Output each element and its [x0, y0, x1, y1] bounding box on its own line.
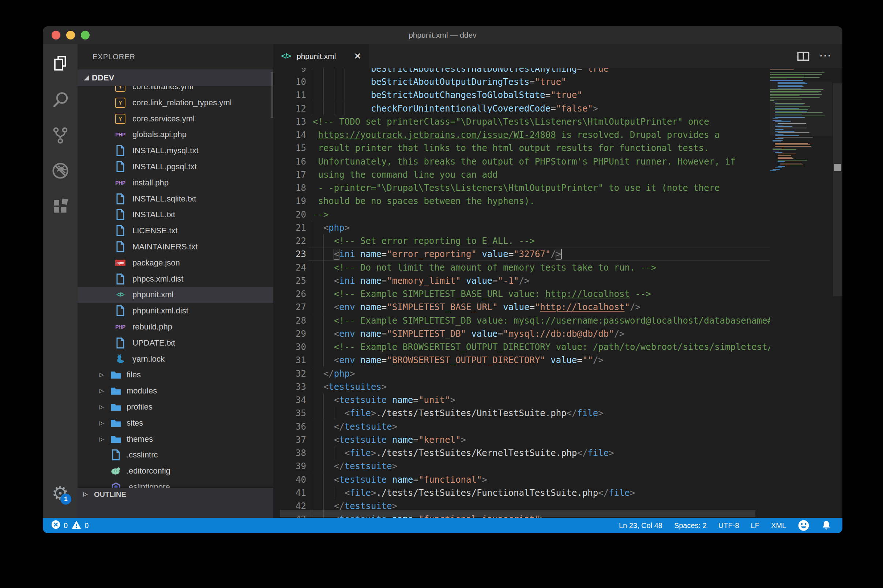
- code-line-30[interactable]: 30<!-- Example BROWSERTEST_OUTPUT_DIRECT…: [273, 340, 770, 354]
- minimap-viewport[interactable]: [770, 81, 832, 136]
- warnings-status[interactable]: 0: [71, 520, 89, 531]
- line-number: 37: [273, 434, 306, 447]
- line-number: 22: [273, 234, 306, 248]
- tree-item-INSTALL.sqlite.txt[interactable]: INSTALL.sqlite.txt: [78, 191, 273, 207]
- folder-icon: [110, 403, 122, 411]
- tree-item-yarn.lock[interactable]: yarn.lock: [78, 351, 273, 367]
- yaml-icon: Y: [115, 98, 125, 108]
- code-line-33[interactable]: 33<testsuites>: [273, 380, 770, 393]
- code-line-13[interactable]: 13<!-- TODO set printerClass="\Drupal\Te…: [273, 115, 770, 128]
- code-line-37[interactable]: 37<testsuite name="kernel">: [273, 434, 770, 447]
- status-item-2[interactable]: UTF-8: [718, 522, 739, 530]
- tree-item-rebuild.php[interactable]: PHPrebuild.php: [78, 319, 273, 335]
- tab-phpunit-xml[interactable]: </> phpunit.xml ×: [273, 44, 369, 68]
- tree-item-modules[interactable]: ▷modules: [78, 383, 273, 399]
- outline-section-header[interactable]: ▷ OUTLINE: [78, 488, 273, 518]
- smiley-icon[interactable]: [798, 520, 809, 531]
- status-item-4[interactable]: XML: [771, 522, 786, 530]
- settings-gear-button[interactable]: ⚙ 1: [43, 477, 78, 510]
- tree-item-INSTALL.pgsql.txt[interactable]: INSTALL.pgsql.txt: [78, 159, 273, 175]
- code-line-38[interactable]: 38<file>./tests/TestSuites/KernelTestSui…: [273, 447, 770, 460]
- code-line-10[interactable]: 10 beStrictAboutOutputDuringTests="true": [273, 75, 770, 88]
- code-line-31[interactable]: 31<env name="BROWSERTEST_OUTPUT_DIRECTOR…: [273, 354, 770, 367]
- code-line-20[interactable]: 20-->: [273, 208, 770, 221]
- code-line-17[interactable]: 17 using the command line you can add: [273, 168, 770, 182]
- code-line-29[interactable]: 29<env name="SIMPLETEST_DB" value="mysql…: [273, 327, 770, 340]
- line-number: 30: [273, 340, 306, 354]
- tree-item-phpunit.xml[interactable]: </>phpunit.xml: [78, 286, 273, 303]
- errors-status[interactable]: 0: [51, 520, 68, 531]
- status-item-3[interactable]: LF: [751, 522, 759, 530]
- close-tab-icon[interactable]: ×: [354, 44, 361, 68]
- tree-item-sites[interactable]: ▷sites: [78, 415, 273, 431]
- tree-item-INSTALL.txt[interactable]: INSTALL.txt: [78, 207, 273, 223]
- activity-search-button[interactable]: [43, 83, 78, 115]
- tree-item-phpcs.xml.dist[interactable]: phpcs.xml.dist: [78, 271, 273, 287]
- code-editor[interactable]: 9 beStrictAboutTestsThatDoNotTestAnythin…: [273, 68, 770, 518]
- tree-item-MAINTAINERS.txt[interactable]: MAINTAINERS.txt: [78, 239, 273, 255]
- tree-item-.csslintrc[interactable]: .csslintrc: [78, 447, 273, 463]
- code-line-32[interactable]: 32</php>: [273, 367, 770, 380]
- code-line-25[interactable]: 25<ini name="memory_limit" value="-1"/>: [273, 274, 770, 287]
- tree-item-.editorconfig[interactable]: .editorconfig: [78, 463, 273, 479]
- bell-icon[interactable]: [821, 520, 832, 531]
- tree-item-LICENSE.txt[interactable]: LICENSE.txt: [78, 223, 273, 239]
- file-icon: [116, 273, 125, 285]
- code-line-35[interactable]: 35<file>./tests/TestSuites/UnitTestSuite…: [273, 406, 770, 420]
- sidebar-scrollbar[interactable]: [271, 72, 273, 118]
- vertical-scrollbar[interactable]: [833, 83, 842, 296]
- line-number: 9: [273, 68, 306, 75]
- code-line-22[interactable]: 22<!-- Set error reporting to E_ALL. -->: [273, 234, 770, 248]
- activity-extensions-button[interactable]: [43, 191, 78, 222]
- status-item-1[interactable]: Spaces: 2: [674, 522, 707, 530]
- code-line-34[interactable]: 34<testsuite name="unit">: [273, 393, 770, 406]
- tree-item-globals.api.php[interactable]: PHPglobals.api.php: [78, 126, 273, 142]
- folder-icon: [110, 370, 122, 379]
- code-line-26[interactable]: 26<!-- Example SIMPLETEST_BASE_URL value…: [273, 287, 770, 301]
- code-line-40[interactable]: 40<testsuite name="functional">: [273, 473, 770, 486]
- line-number: 36: [273, 420, 306, 434]
- activity-source-control-button[interactable]: [43, 119, 78, 151]
- code-line-41[interactable]: 41<file>./tests/TestSuites/FunctionalTes…: [273, 486, 770, 500]
- code-line-24[interactable]: 24<!-- Do not limit the amount of memory…: [273, 261, 770, 274]
- code-line-28[interactable]: 28<!-- Example SIMPLETEST_DB value: mysq…: [273, 314, 770, 327]
- text-cursor: [561, 249, 562, 259]
- activity-debug-button[interactable]: [43, 155, 78, 186]
- code-line-23[interactable]: 23<ini name="error_reporting" value="327…: [273, 248, 770, 261]
- tree-item-phpunit.xml.dist[interactable]: phpunit.xml.dist: [78, 303, 273, 319]
- code-line-11[interactable]: 11 beStrictAboutChangesToGlobalState="tr…: [273, 88, 770, 102]
- code-line-9[interactable]: 9 beStrictAboutTestsThatDoNotTestAnythin…: [273, 68, 770, 75]
- code-line-14[interactable]: 14 https://youtrack.jetbrains.com/issue/…: [273, 128, 770, 141]
- line-number: 40: [273, 473, 306, 486]
- code-line-18[interactable]: 18 - -printer="\Drupal\Tests\Listeners\H…: [273, 182, 770, 195]
- code-line-21[interactable]: 21<php>: [273, 221, 770, 234]
- tree-item-install.php[interactable]: PHPinstall.php: [78, 175, 273, 191]
- code-line-15[interactable]: 15 result printer that links to the html…: [273, 141, 770, 154]
- horizontal-scrollbar[interactable]: [280, 510, 755, 517]
- folder-icon: [110, 387, 122, 395]
- line-number: 28: [273, 314, 306, 327]
- tree-item-files[interactable]: ▷files: [78, 367, 273, 383]
- activity-explorer-button[interactable]: [43, 48, 78, 79]
- tree-item-label: globals.api.php: [132, 126, 186, 142]
- code-line-12[interactable]: 12 checkForUnintentionallyCoveredCode="f…: [273, 102, 770, 115]
- tree-item-label: INSTALL.pgsql.txt: [132, 159, 197, 175]
- status-item-0[interactable]: Ln 23, Col 48: [619, 522, 662, 530]
- tree-item-label: .editorconfig: [126, 463, 170, 479]
- tree-item-core.services.yml[interactable]: Ycore.services.yml: [78, 111, 273, 127]
- code-line-39[interactable]: 39</testsuite>: [273, 460, 770, 473]
- tree-item-INSTALL.mysql.txt[interactable]: INSTALL.mysql.txt: [78, 142, 273, 159]
- more-actions-icon[interactable]: ⋯: [819, 44, 832, 66]
- tree-item-UPDATE.txt[interactable]: UPDATE.txt: [78, 335, 273, 351]
- split-editor-icon[interactable]: [796, 51, 810, 64]
- code-line-36[interactable]: 36</testsuite>: [273, 420, 770, 434]
- tree-section-header[interactable]: DDEV: [78, 69, 273, 86]
- tree-item-package.json[interactable]: npmpackage.json: [78, 255, 273, 271]
- code-line-27[interactable]: 27<env name="SIMPLETEST_BASE_URL" value=…: [273, 301, 770, 314]
- code-line-19[interactable]: 19 should be no spaces between the hyphe…: [273, 195, 770, 208]
- tree-item-core.link_relation_types.yml[interactable]: Ycore.link_relation_types.yml: [78, 95, 273, 111]
- tree-item-profiles[interactable]: ▷profiles: [78, 399, 273, 415]
- tree-item-themes[interactable]: ▷themes: [78, 431, 273, 447]
- code-line-16[interactable]: 16 Unfortunately, this breaks the output…: [273, 155, 770, 168]
- sidebar-title: EXPLORER: [78, 44, 273, 69]
